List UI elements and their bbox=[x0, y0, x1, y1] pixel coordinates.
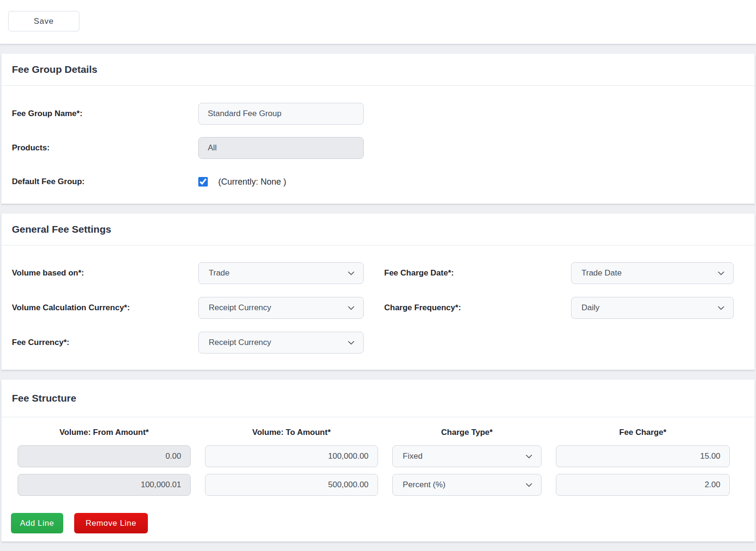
chevron-down-icon bbox=[524, 481, 533, 490]
fee-currency-label: Fee Currency*: bbox=[12, 338, 198, 347]
fee-group-details-body: Fee Group Name*: Products: Default Fee G… bbox=[1, 86, 755, 204]
fee-charge-date-label: Fee Charge Date*: bbox=[384, 268, 571, 278]
volume-calc-currency-select[interactable]: Receipt Currency bbox=[198, 297, 364, 319]
fee-structure-table: Volume: From Amount* Volume: To Amount* … bbox=[1, 417, 755, 496]
to-amount-column-header: Volume: To Amount* bbox=[205, 428, 378, 437]
fee-structure-row: Fixed bbox=[18, 445, 730, 467]
volume-based-on-label: Volume based on*: bbox=[12, 268, 198, 278]
chevron-down-icon bbox=[717, 304, 726, 313]
remove-line-button[interactable]: Remove Line bbox=[74, 513, 148, 533]
default-fee-group-label: Default Fee Group: bbox=[12, 177, 198, 187]
fee-structure-card: Fee Structure Volume: From Amount* Volum… bbox=[1, 380, 755, 541]
settings-left-column: Volume based on*: Trade Volume Calculati… bbox=[12, 262, 384, 354]
general-fee-settings-card: General Fee Settings Volume based on*: T… bbox=[1, 214, 755, 370]
to-amount-input[interactable] bbox=[205, 445, 378, 467]
chevron-down-icon bbox=[717, 269, 726, 278]
fee-structure-actions: Add Line Remove Line bbox=[1, 502, 755, 541]
volume-based-on-row: Volume based on*: Trade bbox=[12, 262, 384, 284]
charge-type-select[interactable]: Percent (%) bbox=[392, 474, 542, 496]
default-fee-group-note: (Currently: None ) bbox=[218, 177, 286, 187]
from-amount-input bbox=[18, 474, 191, 496]
default-fee-group-checkbox[interactable] bbox=[198, 177, 208, 187]
fee-group-name-label: Fee Group Name*: bbox=[12, 109, 198, 118]
fee-group-name-input[interactable] bbox=[198, 103, 364, 125]
default-fee-group-control: (Currently: None ) bbox=[198, 171, 286, 192]
volume-calc-currency-value: Receipt Currency bbox=[209, 303, 271, 313]
fee-charge-input[interactable] bbox=[556, 474, 730, 496]
chevron-down-icon bbox=[347, 304, 356, 313]
charge-frequency-row: Charge Frequency*: Daily bbox=[384, 297, 734, 319]
volume-based-on-select[interactable]: Trade bbox=[198, 262, 364, 284]
fee-charge-date-row: Fee Charge Date*: Trade Date bbox=[384, 262, 734, 284]
charge-type-column-header: Charge Type* bbox=[392, 428, 542, 437]
from-amount-column-header: Volume: From Amount* bbox=[18, 428, 191, 437]
general-fee-settings-title: General Fee Settings bbox=[1, 214, 755, 246]
fee-currency-row: Fee Currency*: Receipt Currency bbox=[12, 332, 384, 354]
add-line-button[interactable]: Add Line bbox=[11, 513, 63, 533]
fee-structure-title: Fee Structure bbox=[1, 380, 755, 417]
charge-type-select[interactable]: Fixed bbox=[392, 445, 542, 467]
charge-frequency-select[interactable]: Daily bbox=[571, 297, 734, 319]
chevron-down-icon bbox=[524, 452, 533, 461]
chevron-down-icon bbox=[347, 338, 356, 347]
toolbar: Save bbox=[0, 0, 756, 44]
chevron-down-icon bbox=[347, 269, 356, 278]
fee-charge-input[interactable] bbox=[556, 445, 730, 467]
to-amount-input[interactable] bbox=[205, 474, 378, 496]
fee-currency-value: Receipt Currency bbox=[209, 338, 271, 347]
volume-calc-currency-label: Volume Calculation Currency*: bbox=[12, 303, 198, 313]
charge-type-value: Percent (%) bbox=[403, 480, 446, 490]
products-input bbox=[198, 137, 364, 159]
volume-based-on-value: Trade bbox=[209, 268, 230, 278]
fee-group-details-card: Fee Group Details Fee Group Name*: Produ… bbox=[1, 54, 755, 204]
fee-structure-row: Percent (%) bbox=[18, 474, 730, 496]
products-label: Products: bbox=[12, 143, 198, 153]
fee-structure-header-row: Volume: From Amount* Volume: To Amount* … bbox=[18, 428, 730, 437]
charge-frequency-label: Charge Frequency*: bbox=[384, 303, 571, 313]
fee-charge-date-value: Trade Date bbox=[582, 268, 621, 278]
settings-right-column: Fee Charge Date*: Trade Date Charge Freq… bbox=[384, 262, 734, 354]
from-amount-input bbox=[18, 445, 191, 467]
charge-frequency-value: Daily bbox=[582, 303, 600, 313]
save-button[interactable]: Save bbox=[8, 11, 79, 31]
default-fee-group-row: Default Fee Group: (Currently: None ) bbox=[12, 171, 744, 192]
fee-group-name-row: Fee Group Name*: bbox=[12, 103, 744, 125]
products-row: Products: bbox=[12, 137, 744, 159]
fee-currency-select[interactable]: Receipt Currency bbox=[198, 332, 364, 354]
fee-charge-column-header: Fee Charge* bbox=[556, 428, 730, 437]
fee-charge-date-select[interactable]: Trade Date bbox=[571, 262, 734, 284]
fee-group-details-title: Fee Group Details bbox=[1, 54, 755, 86]
general-fee-settings-body: Volume based on*: Trade Volume Calculati… bbox=[1, 246, 755, 370]
volume-calc-currency-row: Volume Calculation Currency*: Receipt Cu… bbox=[12, 297, 384, 319]
charge-type-value: Fixed bbox=[403, 452, 423, 461]
